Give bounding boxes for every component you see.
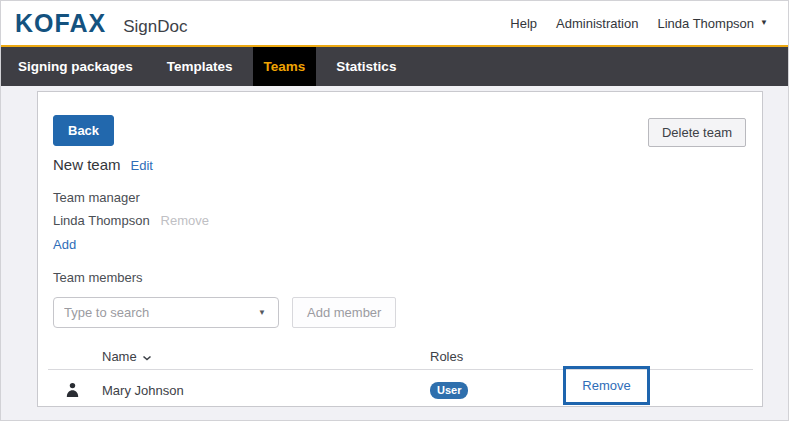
user-menu[interactable]: Linda Thompson ▼	[657, 16, 768, 31]
action-cell: Remove	[550, 376, 753, 405]
role-badge: User	[430, 382, 468, 399]
product-name: SignDoc	[123, 17, 187, 37]
member-search-input[interactable]	[64, 305, 244, 320]
team-name-row: New team Edit	[53, 156, 747, 173]
name-column-label: Name	[102, 349, 137, 364]
remove-member-highlight-box: Remove	[563, 366, 650, 405]
team-manager-name: Linda Thompson	[53, 213, 150, 228]
remove-manager-link-disabled: Remove	[161, 213, 209, 228]
add-manager-row: Add	[53, 235, 747, 253]
chevron-down-icon: ▼	[760, 16, 768, 30]
help-link[interactable]: Help	[510, 16, 537, 31]
header-links: Help Administration Linda Thompson ▼	[510, 16, 774, 31]
add-member-button[interactable]: Add member	[292, 297, 396, 328]
app-window: KOFAX SignDoc Help Administration Linda …	[0, 0, 789, 421]
combobox-caret-icon[interactable]: ▼	[258, 308, 266, 317]
nav-item-statistics[interactable]: Statistics	[322, 47, 410, 86]
administration-link[interactable]: Administration	[556, 16, 638, 31]
nav-item-templates[interactable]: Templates	[153, 47, 247, 86]
members-table: Name Roles Mary Johnson User	[48, 344, 753, 410]
member-search-combobox[interactable]: ▼	[53, 297, 279, 328]
team-manager-label: Team manager	[53, 190, 747, 205]
roles-cell: User	[430, 382, 550, 399]
team-name: New team	[53, 156, 121, 173]
team-manager-row: Linda Thompson Remove	[53, 213, 747, 228]
table-row: Mary Johnson User Remove	[48, 370, 753, 410]
brand: KOFAX SignDoc	[15, 9, 187, 38]
back-button[interactable]: Back	[53, 115, 114, 146]
nav-item-teams[interactable]: Teams	[253, 47, 317, 86]
add-manager-link[interactable]: Add	[53, 237, 76, 252]
column-header-roles: Roles	[430, 349, 550, 364]
team-members-label: Team members	[53, 270, 747, 285]
top-header: KOFAX SignDoc Help Administration Linda …	[1, 1, 788, 45]
column-header-name[interactable]: Name	[102, 349, 430, 364]
sort-descending-icon	[142, 354, 152, 362]
kofax-logo: KOFAX	[15, 9, 106, 38]
main-nav: Signing packages Templates Teams Statist…	[1, 45, 788, 86]
member-name: Mary Johnson	[102, 383, 430, 398]
nav-item-signing-packages[interactable]: Signing packages	[4, 47, 147, 86]
team-detail-card: Back Delete team New team Edit Team mana…	[37, 91, 763, 407]
content-area: Back Delete team New team Edit Team mana…	[1, 86, 788, 421]
remove-member-link[interactable]: Remove	[582, 378, 630, 393]
edit-team-name-link[interactable]: Edit	[131, 158, 153, 173]
member-search-row: ▼ Add member	[53, 297, 747, 328]
delete-team-button[interactable]: Delete team	[648, 118, 746, 147]
user-name: Linda Thompson	[657, 16, 754, 31]
person-icon	[65, 382, 102, 398]
